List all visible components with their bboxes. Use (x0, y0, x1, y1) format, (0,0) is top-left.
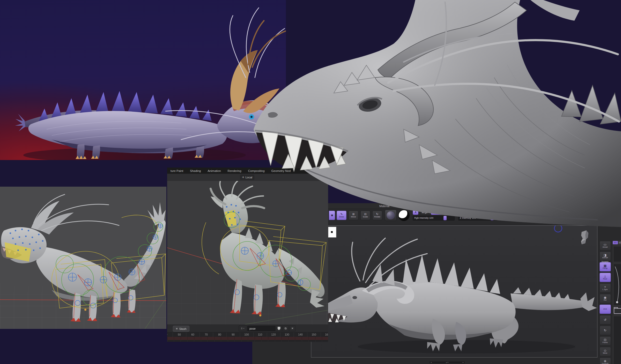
a-button[interactable]: A (413, 210, 418, 215)
focal-shift-thumb[interactable] (528, 214, 531, 216)
action-row: ⠿˅ pose ⧉ ✕ (239, 326, 295, 331)
shelf-floor[interactable]: ⊥ Floor (600, 273, 611, 282)
zbrush-menu-item[interactable]: Stroke (469, 204, 483, 208)
zbrush-menu-item[interactable]: Stencil (455, 204, 469, 208)
tray-curve-panel[interactable] (613, 264, 621, 306)
zbrush-canvas[interactable] (311, 225, 597, 358)
shelf-button-icon: ◨ (604, 254, 607, 257)
timeline-keyframe-band[interactable] (167, 337, 328, 340)
workspace-tabs: ture PaintShadingAnimationRenderingCompo… (167, 168, 328, 174)
rotate-mode-button[interactable]: ↻ Rotate (372, 211, 382, 220)
draw-size-thumb[interactable] (519, 216, 522, 221)
transform-orientation-dropdown[interactable]: ✛ Local (240, 175, 254, 180)
shelf-button-icon: ◇ (604, 349, 606, 352)
scale-mode-button[interactable]: ⊟ Scale (360, 211, 370, 220)
zcut-button[interactable]: Zcut (483, 210, 490, 215)
blender-animation-panel: ture PaintShadingAnimationRenderingCompo… (167, 168, 328, 342)
workspace-tab[interactable]: Animation (204, 168, 224, 174)
frame-tick: 80 (213, 332, 226, 337)
current-brush-button[interactable] (398, 210, 410, 221)
viewport-grid (167, 260, 328, 324)
stash-button[interactable]: ✳ Stash (173, 326, 189, 332)
zbrush-menu-item[interactable]: Render (440, 204, 455, 208)
dots-stroke-icon[interactable]: ◠ D (566, 211, 574, 219)
action-browse-button[interactable]: ⠿˅ (239, 325, 247, 331)
stroke-glyph: ◠ (503, 213, 506, 216)
workspace-tab[interactable]: Shading (187, 168, 204, 174)
workspace-tab[interactable]: Compositing (245, 168, 268, 174)
tray-tab-v1[interactable]: V1 (613, 241, 618, 244)
shelf-rot-lock[interactable]: ◉ Rot (600, 294, 611, 303)
shelf-persp[interactable]: ▦ Persp (600, 262, 611, 271)
frame-tick: 100 (240, 332, 253, 337)
shelf-aahalf[interactable]: ◨ AAHalf (600, 252, 611, 261)
unlink-action-button[interactable]: ✕ (289, 325, 295, 331)
zbrush-menu-item[interactable]: Tool (498, 204, 509, 208)
zsub-button[interactable]: Zsub (472, 210, 481, 215)
focal-shift-slider[interactable]: Focal Shift -55 (512, 210, 553, 215)
zbrush-menu-item[interactable]: Zscript (543, 204, 557, 208)
draw-mode-button[interactable]: ✎ Draw (337, 211, 346, 220)
shelf-frame[interactable]: ⊡ Frame (600, 336, 611, 346)
camera-head-icon (579, 230, 590, 245)
frame-tick: 160 (321, 332, 328, 337)
shelf-move[interactable]: ◇ Move (600, 347, 611, 356)
stash-icon: ✳ (176, 327, 178, 330)
active-points: ActivePoints: 49.208 Mil (577, 211, 606, 215)
zbrush-menu-item[interactable]: Material (376, 204, 392, 208)
dots-glyph: ◠ (567, 213, 570, 216)
orientation-icon: ✛ (242, 176, 244, 179)
shelf-zoom3d[interactable]: ⊕ Zoom3D (600, 358, 611, 364)
shelf-button-icon: ⊡ (604, 338, 606, 342)
shelf-spin-right[interactable]: ↻ (600, 326, 611, 335)
shelf-xyz[interactable]: XYZ (600, 305, 611, 314)
canvas-scrollbar[interactable]: ◄▲▼► (430, 361, 465, 363)
m-button[interactable]: M (446, 210, 450, 215)
move-mode-button[interactable]: ⊞ Move (349, 211, 358, 220)
new-action-copy-button[interactable]: ⧉ (283, 325, 289, 331)
zbrush-menu-item[interactable]: Texture (483, 204, 498, 208)
move-icon: ⊞ (352, 213, 354, 216)
color-swatch-dot (331, 231, 333, 233)
workspace-tab[interactable]: Rendering (224, 168, 245, 174)
folder-icon[interactable] (614, 308, 621, 314)
shelf-spin-left[interactable]: ↺ (600, 315, 611, 324)
color-swatch[interactable] (328, 227, 336, 238)
action-name-field[interactable]: pose (247, 326, 275, 331)
zbrush-menu-item[interactable]: Picker (405, 204, 419, 208)
blender-rig-viewport-panel[interactable] (0, 187, 166, 329)
stroke-curve-icon[interactable]: ◠ S (501, 211, 509, 219)
shelf-lsym[interactable]: + L.Sym (600, 283, 611, 293)
zbrush-menu-item[interactable]: Preferences (419, 204, 440, 208)
frame-tick: 90 (226, 332, 240, 337)
rgb-intensity-thumb[interactable] (443, 216, 447, 220)
tray-subtool-list[interactable] (613, 316, 621, 364)
edit-icon: ✱ (331, 214, 333, 217)
rgb-intensity-slider[interactable]: Rgb Intensity 100 (413, 216, 455, 221)
workspace-tab[interactable]: Geometry Nod (268, 168, 294, 174)
zbrush-menu-item[interactable]: Help (557, 204, 569, 208)
draw-size-slider[interactable]: Draw Size 21.62277 (512, 216, 553, 221)
zbrush-menu-item[interactable]: Movie (392, 204, 405, 208)
zadd-button[interactable]: Zadd (458, 210, 470, 215)
rgb-button[interactable]: Rgb (431, 210, 445, 215)
tray-thumbnail[interactable] (613, 246, 621, 262)
frame-tick: 40 (167, 332, 173, 337)
draw-icon: ✎ (340, 213, 343, 216)
z-intensity-thumb[interactable] (491, 216, 494, 220)
frame-tick: 120 (267, 332, 280, 337)
material-preview-button[interactable] (385, 210, 397, 221)
viewport-grid (0, 272, 166, 329)
mrgb-button[interactable]: Mrgb (419, 210, 430, 215)
zbrush-right-tray: V1 V2 List AllNew FoRenamAll LowAll To (612, 240, 621, 364)
tray-tab-v2[interactable]: V2 (618, 241, 621, 244)
zbrush-menu-item[interactable]: Transform (509, 204, 528, 208)
timeline-ruler[interactable]: 405060708090100110120130140150160 (167, 332, 328, 337)
workspace-tab[interactable]: ture Paint (167, 168, 187, 174)
pose-viewport[interactable] (167, 181, 328, 324)
z-intensity-slider[interactable]: Z Intensity 100 (458, 216, 498, 221)
edit-button[interactable]: ✱ (329, 211, 335, 220)
fake-user-shield-button[interactable] (276, 325, 282, 331)
zbrush-menu-item[interactable]: Zplugin (528, 204, 543, 208)
shelf-actual[interactable]: ▭ Actual (600, 241, 611, 250)
